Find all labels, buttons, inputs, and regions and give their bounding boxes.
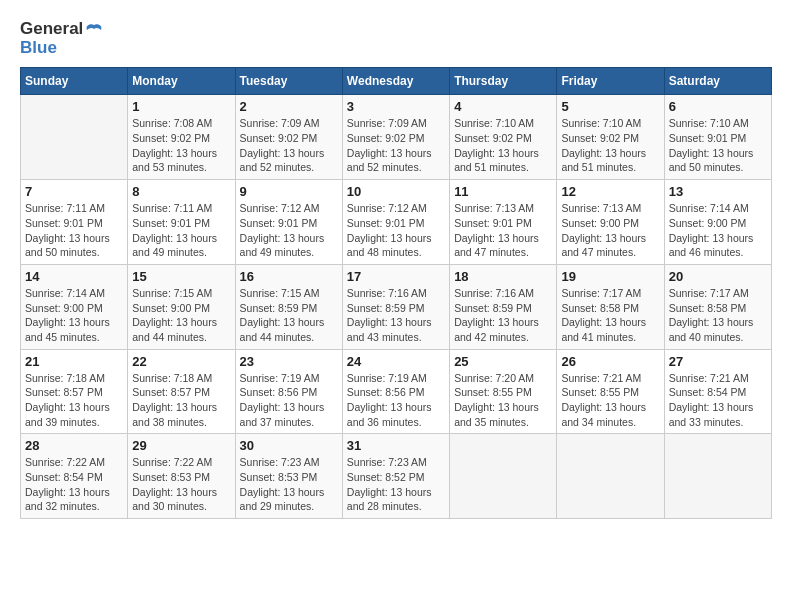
day-number: 2 [240, 99, 338, 114]
day-info: Sunrise: 7:13 AMSunset: 9:01 PMDaylight:… [454, 201, 552, 260]
calendar-cell: 26Sunrise: 7:21 AMSunset: 8:55 PMDayligh… [557, 349, 664, 434]
calendar-cell: 7Sunrise: 7:11 AMSunset: 9:01 PMDaylight… [21, 180, 128, 265]
day-info: Sunrise: 7:20 AMSunset: 8:55 PMDaylight:… [454, 371, 552, 430]
column-header-thursday: Thursday [450, 68, 557, 95]
calendar-week-row: 21Sunrise: 7:18 AMSunset: 8:57 PMDayligh… [21, 349, 772, 434]
day-info: Sunrise: 7:16 AMSunset: 8:59 PMDaylight:… [347, 286, 445, 345]
calendar-table: SundayMondayTuesdayWednesdayThursdayFrid… [20, 67, 772, 519]
day-number: 26 [561, 354, 659, 369]
calendar-body: 1Sunrise: 7:08 AMSunset: 9:02 PMDaylight… [21, 95, 772, 519]
calendar-cell [557, 434, 664, 519]
calendar-cell: 3Sunrise: 7:09 AMSunset: 9:02 PMDaylight… [342, 95, 449, 180]
day-number: 10 [347, 184, 445, 199]
day-info: Sunrise: 7:14 AMSunset: 9:00 PMDaylight:… [669, 201, 767, 260]
day-info: Sunrise: 7:12 AMSunset: 9:01 PMDaylight:… [240, 201, 338, 260]
day-info: Sunrise: 7:09 AMSunset: 9:02 PMDaylight:… [240, 116, 338, 175]
day-number: 8 [132, 184, 230, 199]
page-header: General Blue [20, 20, 772, 57]
calendar-cell: 24Sunrise: 7:19 AMSunset: 8:56 PMDayligh… [342, 349, 449, 434]
calendar-cell: 19Sunrise: 7:17 AMSunset: 8:58 PMDayligh… [557, 264, 664, 349]
day-info: Sunrise: 7:23 AMSunset: 8:52 PMDaylight:… [347, 455, 445, 514]
day-info: Sunrise: 7:15 AMSunset: 9:00 PMDaylight:… [132, 286, 230, 345]
day-number: 22 [132, 354, 230, 369]
day-info: Sunrise: 7:16 AMSunset: 8:59 PMDaylight:… [454, 286, 552, 345]
day-info: Sunrise: 7:22 AMSunset: 8:54 PMDaylight:… [25, 455, 123, 514]
day-info: Sunrise: 7:13 AMSunset: 9:00 PMDaylight:… [561, 201, 659, 260]
column-header-friday: Friday [557, 68, 664, 95]
calendar-cell: 25Sunrise: 7:20 AMSunset: 8:55 PMDayligh… [450, 349, 557, 434]
calendar-cell: 4Sunrise: 7:10 AMSunset: 9:02 PMDaylight… [450, 95, 557, 180]
calendar-cell: 9Sunrise: 7:12 AMSunset: 9:01 PMDaylight… [235, 180, 342, 265]
day-number: 4 [454, 99, 552, 114]
calendar-cell: 12Sunrise: 7:13 AMSunset: 9:00 PMDayligh… [557, 180, 664, 265]
calendar-cell: 29Sunrise: 7:22 AMSunset: 8:53 PMDayligh… [128, 434, 235, 519]
calendar-week-row: 7Sunrise: 7:11 AMSunset: 9:01 PMDaylight… [21, 180, 772, 265]
day-number: 11 [454, 184, 552, 199]
day-info: Sunrise: 7:08 AMSunset: 9:02 PMDaylight:… [132, 116, 230, 175]
day-info: Sunrise: 7:19 AMSunset: 8:56 PMDaylight:… [347, 371, 445, 430]
day-info: Sunrise: 7:12 AMSunset: 9:01 PMDaylight:… [347, 201, 445, 260]
column-header-tuesday: Tuesday [235, 68, 342, 95]
day-info: Sunrise: 7:18 AMSunset: 8:57 PMDaylight:… [132, 371, 230, 430]
column-header-monday: Monday [128, 68, 235, 95]
calendar-cell: 27Sunrise: 7:21 AMSunset: 8:54 PMDayligh… [664, 349, 771, 434]
calendar-cell: 15Sunrise: 7:15 AMSunset: 9:00 PMDayligh… [128, 264, 235, 349]
day-info: Sunrise: 7:18 AMSunset: 8:57 PMDaylight:… [25, 371, 123, 430]
calendar-cell: 1Sunrise: 7:08 AMSunset: 9:02 PMDaylight… [128, 95, 235, 180]
calendar-cell: 28Sunrise: 7:22 AMSunset: 8:54 PMDayligh… [21, 434, 128, 519]
day-info: Sunrise: 7:10 AMSunset: 9:01 PMDaylight:… [669, 116, 767, 175]
logo-blue: Blue [20, 38, 57, 57]
day-number: 30 [240, 438, 338, 453]
day-number: 18 [454, 269, 552, 284]
calendar-week-row: 14Sunrise: 7:14 AMSunset: 9:00 PMDayligh… [21, 264, 772, 349]
logo: General Blue [20, 20, 103, 57]
calendar-cell: 13Sunrise: 7:14 AMSunset: 9:00 PMDayligh… [664, 180, 771, 265]
calendar-cell: 23Sunrise: 7:19 AMSunset: 8:56 PMDayligh… [235, 349, 342, 434]
calendar-cell: 17Sunrise: 7:16 AMSunset: 8:59 PMDayligh… [342, 264, 449, 349]
day-number: 7 [25, 184, 123, 199]
day-number: 28 [25, 438, 123, 453]
column-header-wednesday: Wednesday [342, 68, 449, 95]
calendar-cell [664, 434, 771, 519]
calendar-header-row: SundayMondayTuesdayWednesdayThursdayFrid… [21, 68, 772, 95]
day-number: 6 [669, 99, 767, 114]
calendar-cell: 2Sunrise: 7:09 AMSunset: 9:02 PMDaylight… [235, 95, 342, 180]
day-number: 24 [347, 354, 445, 369]
day-number: 9 [240, 184, 338, 199]
day-info: Sunrise: 7:10 AMSunset: 9:02 PMDaylight:… [561, 116, 659, 175]
day-info: Sunrise: 7:17 AMSunset: 8:58 PMDaylight:… [669, 286, 767, 345]
calendar-cell: 8Sunrise: 7:11 AMSunset: 9:01 PMDaylight… [128, 180, 235, 265]
calendar-cell: 18Sunrise: 7:16 AMSunset: 8:59 PMDayligh… [450, 264, 557, 349]
calendar-cell: 31Sunrise: 7:23 AMSunset: 8:52 PMDayligh… [342, 434, 449, 519]
day-info: Sunrise: 7:14 AMSunset: 9:00 PMDaylight:… [25, 286, 123, 345]
day-number: 23 [240, 354, 338, 369]
day-number: 29 [132, 438, 230, 453]
day-number: 3 [347, 99, 445, 114]
logo-text: General Blue [20, 20, 103, 57]
day-number: 13 [669, 184, 767, 199]
day-info: Sunrise: 7:22 AMSunset: 8:53 PMDaylight:… [132, 455, 230, 514]
calendar-cell: 21Sunrise: 7:18 AMSunset: 8:57 PMDayligh… [21, 349, 128, 434]
day-number: 15 [132, 269, 230, 284]
day-number: 27 [669, 354, 767, 369]
day-info: Sunrise: 7:23 AMSunset: 8:53 PMDaylight:… [240, 455, 338, 514]
calendar-cell: 6Sunrise: 7:10 AMSunset: 9:01 PMDaylight… [664, 95, 771, 180]
day-number: 25 [454, 354, 552, 369]
calendar-cell: 30Sunrise: 7:23 AMSunset: 8:53 PMDayligh… [235, 434, 342, 519]
day-number: 21 [25, 354, 123, 369]
day-number: 19 [561, 269, 659, 284]
day-info: Sunrise: 7:11 AMSunset: 9:01 PMDaylight:… [25, 201, 123, 260]
day-number: 16 [240, 269, 338, 284]
calendar-cell: 22Sunrise: 7:18 AMSunset: 8:57 PMDayligh… [128, 349, 235, 434]
calendar-cell [450, 434, 557, 519]
day-info: Sunrise: 7:09 AMSunset: 9:02 PMDaylight:… [347, 116, 445, 175]
day-info: Sunrise: 7:19 AMSunset: 8:56 PMDaylight:… [240, 371, 338, 430]
calendar-cell: 14Sunrise: 7:14 AMSunset: 9:00 PMDayligh… [21, 264, 128, 349]
calendar-cell: 5Sunrise: 7:10 AMSunset: 9:02 PMDaylight… [557, 95, 664, 180]
day-info: Sunrise: 7:21 AMSunset: 8:54 PMDaylight:… [669, 371, 767, 430]
day-number: 5 [561, 99, 659, 114]
calendar-cell: 10Sunrise: 7:12 AMSunset: 9:01 PMDayligh… [342, 180, 449, 265]
day-number: 1 [132, 99, 230, 114]
day-number: 20 [669, 269, 767, 284]
logo-bird-icon [85, 23, 103, 37]
